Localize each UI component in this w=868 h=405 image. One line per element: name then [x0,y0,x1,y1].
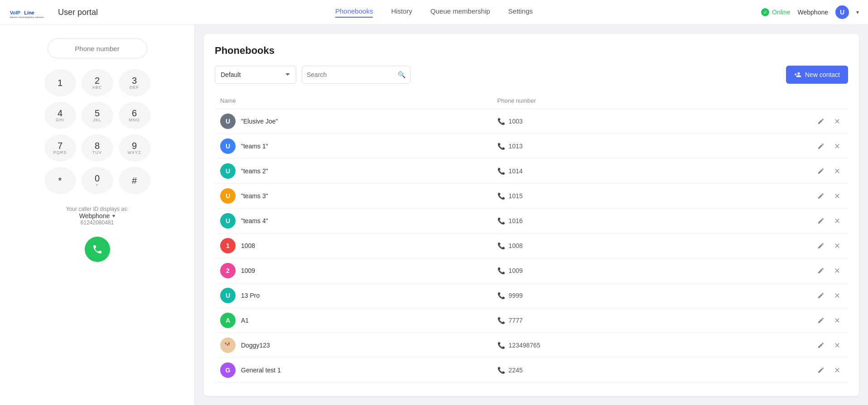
edit-icon [817,342,825,349]
dial-key-9[interactable]: 9WXYZ [119,134,150,162]
delete-contact-button[interactable] [832,365,843,376]
nav-phonebooks[interactable]: Phonebooks [335,7,373,18]
header-right: ✓ Online Webphone U ▾ [761,5,859,19]
dial-key-7[interactable]: 7PQRS [44,134,76,162]
dial-key-5[interactable]: 5JKL [82,102,113,129]
close-icon [834,242,841,249]
header: VoIP Line telecom cloud telephony soluti… [0,0,868,25]
edit-contact-button[interactable] [815,215,826,226]
nav-settings[interactable]: Settings [508,7,533,18]
voipline-logo: VoIP Line telecom cloud telephony soluti… [9,4,54,21]
edit-contact-button[interactable] [815,365,826,376]
phonebook-dropdown[interactable]: Default [215,66,296,84]
edit-icon [817,192,825,200]
delete-contact-button[interactable] [832,215,843,226]
phone-icon: 📞 [497,267,505,274]
close-icon [834,317,841,324]
nav-history[interactable]: History [391,7,412,18]
contact-avatar: 1 [220,238,236,253]
user-avatar-button[interactable]: U [835,5,849,19]
contacts-table: Name Phone number U "Elusive Joe" 📞 1003 [215,93,848,383]
contact-name: General test 1 [241,367,281,374]
new-contact-button[interactable]: New contact [786,66,848,84]
delete-contact-button[interactable] [832,340,843,351]
contact-phone-number: 1009 [509,267,523,274]
dialpad: 12ABC3DEF4GHI5JKL6MNO7PQRS8TUV9WXYZ*0+# [44,69,150,194]
contact-name: 1008 [241,242,255,249]
user-menu-chevron-icon[interactable]: ▾ [856,9,859,15]
contact-avatar: 2 [220,263,236,278]
edit-icon [817,217,825,224]
dial-key-6[interactable]: 6MNO [119,102,150,129]
edit-contact-button[interactable] [815,191,826,201]
contact-actions-cell [701,184,848,209]
dial-key-#[interactable]: # [119,167,150,194]
contact-phone-cell: 📞 1008 [492,233,701,258]
edit-contact-button[interactable] [815,340,826,351]
contact-name-cell: G General test 1 [215,358,492,383]
close-icon [834,292,841,299]
edit-contact-button[interactable] [815,141,826,152]
col-header-name: Name [215,93,492,109]
contact-phone-cell: 📞 123498765 [492,333,701,358]
contact-name-cell: 🐕 Doggy123 [215,333,492,358]
main-nav: Phonebooks History Queue membership Sett… [335,7,533,18]
svg-text:telecom cloud telephony soluti: telecom cloud telephony solutions [10,16,44,19]
edit-contact-button[interactable] [815,265,826,276]
edit-contact-button[interactable] [815,290,826,301]
contact-phone-number: 123498765 [509,342,540,349]
delete-contact-button[interactable] [832,191,843,201]
contact-name: "teams 3" [241,192,268,200]
contact-phone-cell: 📞 1016 [492,209,701,233]
contact-phone-number: 1013 [509,143,523,150]
phone-icon: 📞 [497,118,505,125]
delete-contact-button[interactable] [832,265,843,276]
dial-key-8[interactable]: 8TUV [82,134,113,162]
phone-icon: 📞 [497,317,505,324]
edit-contact-button[interactable] [815,240,826,251]
delete-contact-button[interactable] [832,141,843,152]
close-icon [834,217,841,224]
contact-phone-cell: 📞 1003 [492,109,701,134]
search-input[interactable] [307,71,394,78]
caller-id-name[interactable]: Webphone ▾ [66,212,129,219]
dial-key-*[interactable]: * [44,167,76,194]
delete-contact-button[interactable] [832,290,843,301]
dial-key-1[interactable]: 1 [44,69,76,96]
edit-icon [817,242,825,249]
delete-contact-button[interactable] [832,166,843,176]
edit-contact-button[interactable] [815,116,826,127]
nav-queue-membership[interactable]: Queue membership [430,7,490,18]
contact-name-cell: U "Elusive Joe" [215,109,492,134]
contact-avatar: U [220,163,236,179]
close-icon [834,267,841,274]
delete-contact-button[interactable] [832,315,843,326]
contact-name: "teams 4" [241,217,268,224]
call-button[interactable] [85,237,110,262]
contact-phone-number: 1008 [509,242,523,249]
contact-name: "teams 1" [241,143,268,150]
contact-actions-cell [701,134,848,159]
edit-icon [817,317,825,324]
contact-avatar: 🐕 [220,338,236,353]
edit-icon [817,267,825,274]
edit-contact-button[interactable] [815,166,826,176]
close-icon [834,167,841,175]
edit-contact-button[interactable] [815,315,826,326]
dial-key-2[interactable]: 2ABC [82,69,113,96]
dial-key-3[interactable]: 3DEF [119,69,150,96]
contact-name: "teams 2" [241,167,268,175]
table-row: 🐕 Doggy123 📞 123498765 [215,333,848,358]
table-row: 1 1008 📞 1008 [215,233,848,258]
contact-avatar: U [220,138,236,154]
contact-phone-cell: 📞 1015 [492,184,701,209]
dial-key-4[interactable]: 4GHI [44,102,76,129]
phonebooks-title: Phonebooks [215,45,848,57]
delete-contact-button[interactable] [832,116,843,127]
dialpad-panel: 12ABC3DEF4GHI5JKL6MNO7PQRS8TUV9WXYZ*0+# … [0,25,195,405]
contact-name: A1 [241,317,249,324]
dial-key-0[interactable]: 0+ [82,167,113,194]
phone-number-input[interactable] [48,38,147,58]
delete-contact-button[interactable] [832,240,843,251]
contact-phone-number: 1015 [509,192,523,200]
